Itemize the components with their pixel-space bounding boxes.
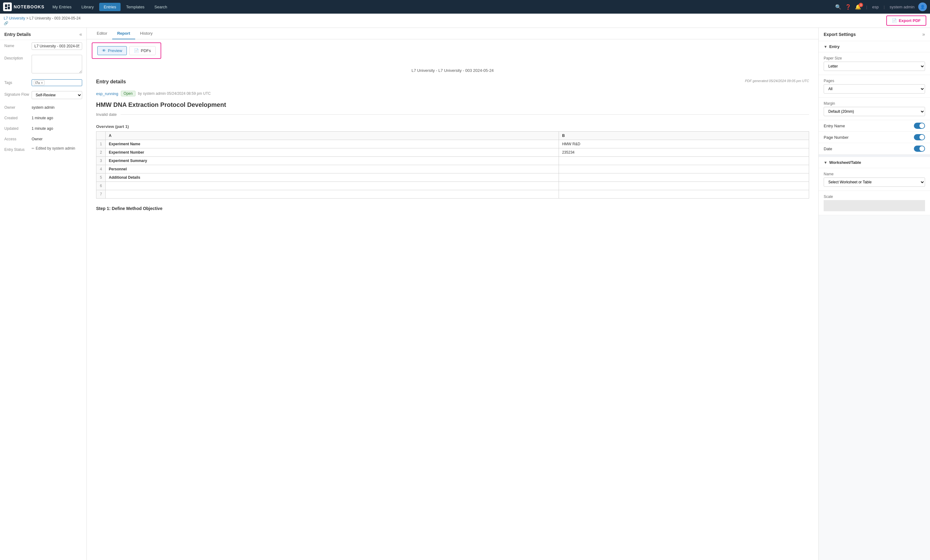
table-header-row: A B <box>96 132 809 140</box>
date-toggle-row: Date <box>819 143 930 155</box>
export-pdf-label: Export PDF <box>899 18 921 23</box>
tab-history[interactable]: History <box>135 28 157 39</box>
access-value: Owner <box>32 136 43 141</box>
margin-select[interactable]: Default (20mm) None Small (10mm) <box>824 107 925 116</box>
row-col-b <box>559 165 809 173</box>
entry-name-toggle-row: Entry Name <box>819 120 930 132</box>
margin-label: Margin <box>824 101 925 106</box>
top-navigation: NOTEBOOKS My Entries Library Entries Tem… <box>0 0 930 14</box>
export-pdf-button[interactable]: 📄 Export PDF <box>886 15 926 26</box>
entry-link-icon[interactable]: 🔗 <box>4 21 81 25</box>
row-col-b: HMW R&D <box>559 140 809 148</box>
tag-text: l7u <box>35 81 40 84</box>
row-col-a <box>106 190 559 198</box>
name-input[interactable] <box>32 43 82 50</box>
pages-group: Pages All Current <box>819 75 930 98</box>
breadcrumb-link-1[interactable]: L7 University <box>4 16 25 20</box>
help-icon-button[interactable]: ❓ <box>845 4 851 10</box>
page-number-toggle[interactable] <box>914 134 925 140</box>
description-label: Description <box>4 55 29 60</box>
expand-right-panel-button[interactable]: » <box>922 32 925 37</box>
search-nav[interactable]: Search <box>150 3 171 11</box>
row-col-a: Experiment Number <box>106 148 559 157</box>
worksheet-section-header[interactable]: ▼ Worksheet/Table <box>819 155 930 168</box>
nav-user-label: esp <box>872 5 879 9</box>
app-logo[interactable]: NOTEBOOKS <box>3 3 44 11</box>
description-value <box>32 55 82 74</box>
signature-flow-select[interactable]: Self-Review <box>32 91 82 99</box>
worksheet-section-toggle: ▼ <box>824 160 827 165</box>
scale-area <box>824 200 925 211</box>
worksheet-section-label: Worksheet/Table <box>829 160 861 165</box>
pdfs-label: PDFs <box>141 48 151 53</box>
entry-status-label: Entry Status <box>4 146 29 152</box>
nav-icons-area: 🔍 ❓ 🔔 3 | esp | system admin 👤 <box>835 3 927 11</box>
row-col-a: Experiment Name <box>106 140 559 148</box>
collapse-left-panel-button[interactable]: « <box>79 32 82 37</box>
tab-report[interactable]: Report <box>112 28 135 39</box>
notifications-icon-button[interactable]: 🔔 3 <box>855 4 861 10</box>
worksheet-name-label: Name <box>824 172 925 176</box>
status-badge: Open <box>121 91 135 96</box>
preview-button[interactable]: 👁 Preview <box>97 46 127 55</box>
row-num: 5 <box>96 173 106 182</box>
description-textarea[interactable] <box>32 55 82 74</box>
app-name: NOTEBOOKS <box>14 4 44 9</box>
row-col-b <box>559 173 809 182</box>
table-row: 6 <box>96 182 809 190</box>
row-col-a: Additional Details <box>106 173 559 182</box>
breadcrumb-container: L7 University > L7 University - 003 2024… <box>4 16 81 25</box>
svg-rect-2 <box>8 6 10 9</box>
tags-input[interactable]: l7u ✕ <box>32 79 82 86</box>
data-table: A B 1 Experiment Name HMW R&D 2 Experime… <box>96 131 809 198</box>
date-separator-line <box>120 114 810 115</box>
user-avatar[interactable]: 👤 <box>918 3 927 11</box>
breadcrumb-current: L7 University - 003 2024-05-24 <box>29 16 81 20</box>
templates-nav[interactable]: Templates <box>122 3 149 11</box>
entry-section-header[interactable]: ▼ Entry <box>819 41 930 52</box>
tab-editor[interactable]: Editor <box>92 28 112 39</box>
entries-nav[interactable]: Entries <box>99 3 120 11</box>
row-col-a <box>106 182 559 190</box>
report-content: L7 University - L7 University - 003 2024… <box>87 62 818 560</box>
tag-remove-button[interactable]: ✕ <box>41 81 43 84</box>
table-row: 3 Experiment Summary <box>96 157 809 165</box>
entry-section-label: Entry <box>829 44 839 49</box>
paper-size-select[interactable]: Letter A4 Legal <box>824 61 925 71</box>
date-toggle[interactable] <box>914 146 925 152</box>
access-label: Access <box>4 136 29 141</box>
worksheet-name-select[interactable]: Select Worksheet or Table <box>824 178 925 187</box>
field-name-row: Name <box>0 40 86 52</box>
paper-size-group: Paper Size Letter A4 Legal <box>819 52 930 75</box>
col-header-a: A <box>106 132 559 140</box>
svg-rect-1 <box>8 4 10 6</box>
left-panel-header: Entry Details « <box>0 28 86 40</box>
tabs-bar: Editor Report History <box>87 28 818 39</box>
worksheet-name-group: Name Select Worksheet or Table <box>819 168 930 191</box>
tags-label: Tags <box>4 79 29 85</box>
row-num: 1 <box>96 140 106 148</box>
pdf-note: PDF generated 05/24/2024 09:05 pm UTC <box>745 79 809 83</box>
report-status-line: esp_running Open by system admin 05/24/2… <box>96 91 809 96</box>
search-icon-button[interactable]: 🔍 <box>835 4 841 10</box>
report-header: L7 University - L7 University - 003 2024… <box>96 68 809 73</box>
tag-chip: l7u ✕ <box>34 80 45 85</box>
logo-icon <box>3 3 12 11</box>
preview-label: Preview <box>108 48 122 53</box>
pdfs-button[interactable]: 📄 PDFs <box>129 46 156 55</box>
name-value <box>32 43 82 50</box>
row-col-a: Personnel <box>106 165 559 173</box>
entry-status-text: Edited by system admin <box>35 146 75 150</box>
row-num: 4 <box>96 165 106 173</box>
breadcrumb-bar: L7 University > L7 University - 003 2024… <box>0 14 930 28</box>
pages-select[interactable]: All Current <box>824 84 925 94</box>
my-entries-nav[interactable]: My Entries <box>48 3 75 11</box>
updated-label: Updated <box>4 125 29 131</box>
export-settings-title: Export Settings <box>824 32 856 37</box>
entry-name-toggle[interactable] <box>914 123 925 129</box>
status-link[interactable]: esp_running <box>96 91 119 96</box>
library-nav[interactable]: Library <box>77 3 98 11</box>
tags-value: l7u ✕ <box>32 79 82 86</box>
page-number-toggle-label: Page Number <box>824 135 848 140</box>
name-label: Name <box>4 43 29 48</box>
